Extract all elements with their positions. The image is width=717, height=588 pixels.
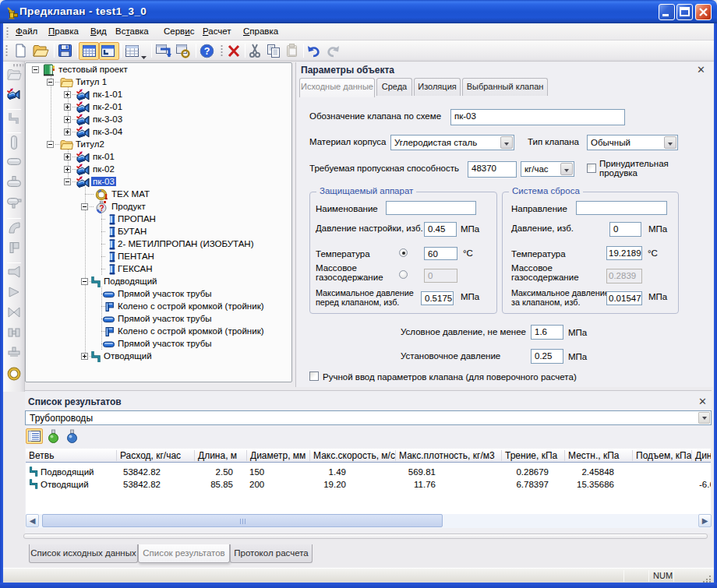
svg-text:?: ? — [99, 204, 104, 213]
svg-text:?: ? — [204, 46, 210, 57]
